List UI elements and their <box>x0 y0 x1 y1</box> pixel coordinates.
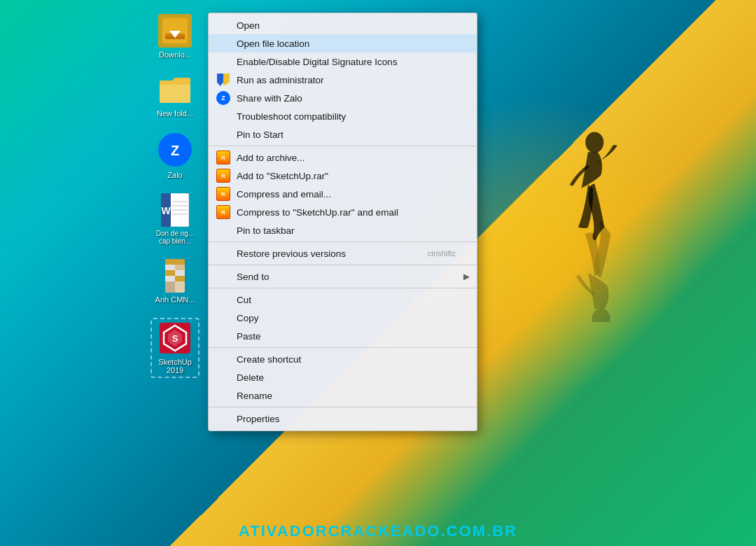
svg-rect-22 <box>175 270 185 276</box>
desktop-icons: Downlo... New fold... Z Zalo W <box>150 14 200 378</box>
icon-sketchup-label: SketchUp2019 <box>158 358 192 374</box>
svg-rect-17 <box>165 259 175 265</box>
svg-rect-19 <box>165 265 175 270</box>
uac-shield-icon <box>216 72 231 88</box>
menu-item-add-rar[interactable]: R Add to "SketchUp.rar" <box>209 167 477 185</box>
icon-word-label: Don de ng...cap bien... <box>156 230 194 245</box>
svg-rect-18 <box>175 259 185 265</box>
menu-item-pin-start[interactable]: Pin to Start <box>209 125 477 144</box>
svg-rect-23 <box>165 276 175 281</box>
svg-text:S: S <box>172 333 178 344</box>
icon-zalo[interactable]: Z Zalo <box>150 132 200 179</box>
rar-icon-1: R <box>216 150 231 165</box>
menu-item-open[interactable]: Open <box>209 16 477 34</box>
submenu-arrow: ▶ <box>463 272 470 281</box>
separator-2 <box>209 241 477 242</box>
icon-winrar[interactable]: Anh CMN... <box>150 259 200 304</box>
watermark: ATIVADORCRACKEADO.COM.BR <box>239 522 517 540</box>
icon-downloads-label: Downlo... <box>159 50 191 59</box>
menu-item-copy[interactable]: Copy <box>209 309 477 327</box>
zalo-icon: Z <box>216 90 231 106</box>
menu-item-enable-disable-sig[interactable]: Enable/Disable Digital Signature Icons <box>209 52 477 71</box>
icon-zalo-label: Zalo <box>167 171 182 179</box>
menu-item-compress-rar-email[interactable]: R Compress to "SketchUp.rar" and email <box>209 203 477 221</box>
context-menu: Open Open file location Enable/Disable D… <box>208 13 477 431</box>
rar-icon-4: R <box>216 204 231 220</box>
menu-item-cut[interactable]: Cut <box>209 290 477 309</box>
separator-5 <box>209 347 477 348</box>
runner-silhouette <box>546 126 630 322</box>
icon-sketchup[interactable]: S SketchUp2019 <box>150 318 200 378</box>
menu-item-rename[interactable]: Rename <box>209 386 477 405</box>
menu-item-add-archive[interactable]: R Add to archive... <box>209 148 477 167</box>
menu-item-open-file-location[interactable]: Open file location <box>209 34 477 52</box>
icon-winrar-label: Anh CMN... <box>155 295 195 304</box>
menu-item-send-to[interactable]: Send to ▶ <box>209 267 477 286</box>
separator-6 <box>209 407 477 407</box>
icon-newfolder-label: New fold... <box>157 109 193 118</box>
svg-rect-21 <box>165 270 175 276</box>
icon-downloads[interactable]: Downlo... <box>150 14 200 59</box>
svg-text:Z: Z <box>171 143 179 158</box>
svg-point-1 <box>592 308 610 322</box>
menu-item-delete[interactable]: Delete <box>209 368 477 386</box>
icon-word[interactable]: W Don de ng...cap bien... <box>150 193 200 245</box>
menu-item-compress-email[interactable]: R Compress and email... <box>209 185 477 203</box>
menu-item-run-as-admin[interactable]: Run as administrator <box>209 71 477 89</box>
menu-item-pin-taskbar[interactable]: Pin to taskbar <box>209 221 477 239</box>
svg-rect-24 <box>175 276 185 281</box>
menu-item-create-shortcut[interactable]: Create shortcut <box>209 350 477 368</box>
icon-newfolder[interactable]: New fold... <box>150 73 200 118</box>
separator-3 <box>209 265 477 265</box>
menu-item-restore[interactable]: Restore previous versions ctrlshiftz <box>209 244 477 262</box>
menu-item-properties[interactable]: Properties <box>209 410 477 428</box>
svg-text:W: W <box>161 205 171 216</box>
menu-item-paste[interactable]: Paste <box>209 327 477 345</box>
rar-icon-3: R <box>216 186 231 202</box>
svg-rect-20 <box>175 265 185 270</box>
separator-4 <box>209 288 477 288</box>
menu-item-share-zalo[interactable]: Z Share with Zalo <box>209 89 477 107</box>
restore-shortcut: ctrlshiftz <box>428 249 456 258</box>
separator-1 <box>209 146 477 146</box>
rar-icon-2: R <box>216 168 231 183</box>
menu-item-troubleshoot[interactable]: Troubleshoot compatibility <box>209 107 477 125</box>
svg-point-0 <box>585 132 603 153</box>
